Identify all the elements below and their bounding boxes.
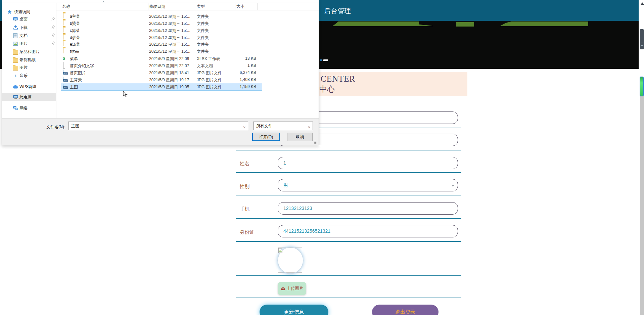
scrollbar-track[interactable] xyxy=(640,85,644,315)
sidebar-item-wps-cloud[interactable]: WPS网盘 xyxy=(2,83,56,90)
file-date: 2021/5/9 星期日 22:07 xyxy=(149,63,189,69)
file-name: e汤菜 xyxy=(70,42,80,47)
file-size: 1 KB xyxy=(217,63,256,68)
file-name: c凉菜 xyxy=(70,28,80,34)
chevron-down-icon[interactable]: ˅ xyxy=(308,123,310,131)
file-row[interactable]: c凉菜 2021/5/12 星期三 15:... 文件夹 xyxy=(61,27,262,34)
file-row[interactable]: f饮品 2021/5/12 星期三 15:... 文件夹 xyxy=(61,48,262,55)
file-type: 文件夹 xyxy=(197,35,209,41)
network-icon xyxy=(13,105,18,111)
sidebar-item-recordings-folder[interactable]: 录制视频 xyxy=(2,56,56,63)
idcard-input[interactable]: 441215213256521321 xyxy=(278,225,458,237)
sidebar-divider xyxy=(56,3,56,118)
sidebar-item-dishes-folder[interactable]: 菜品和图片 xyxy=(2,48,56,55)
form-divider xyxy=(236,195,461,195)
column-header-date[interactable]: 修改日期 xyxy=(149,4,165,9)
folder-icon xyxy=(63,20,68,26)
phone-label: 手机 xyxy=(240,206,249,212)
column-divider[interactable] xyxy=(257,3,258,10)
filetype-select[interactable]: 所有文件 ˅ xyxy=(253,122,313,130)
sidebar-item-label: 此电脑 xyxy=(19,94,32,100)
file-name: 菜单 xyxy=(70,56,78,62)
file-row[interactable]: a主菜 2021/5/12 星期三 15:... 文件夹 xyxy=(61,13,262,20)
form-divider xyxy=(236,218,461,219)
filename-input[interactable]: 主图 ˅ xyxy=(68,122,248,130)
gender-select[interactable]: 男 xyxy=(278,179,458,191)
carousel-indicator[interactable] xyxy=(323,59,328,61)
folder-icon xyxy=(63,48,68,54)
file-type: 文件夹 xyxy=(197,49,209,54)
desktop-icon xyxy=(13,16,18,22)
chevron-down-icon xyxy=(451,185,455,187)
file-date: 2021/5/12 星期三 15:... xyxy=(149,49,190,54)
file-row[interactable]: 首页介绍文字 2021/5/9 星期日 22:07 文本文档 1 KB xyxy=(61,62,262,69)
file-name: a主菜 xyxy=(70,14,80,19)
pin-icon xyxy=(51,25,55,29)
file-row-selected[interactable]: JPG 主图 2021/5/9 星期日 19:05 JPG 图片文件 1,159… xyxy=(61,83,262,90)
file-row[interactable]: JPG 主背景 2021/5/9 星期日 19:17 JPG 图片文件 1,40… xyxy=(61,76,262,83)
scrollbar-green-marker[interactable] xyxy=(640,77,644,96)
cancel-button[interactable]: 取消 xyxy=(287,133,313,141)
gender-label: 性别 xyxy=(240,183,249,190)
carousel-indicator-active[interactable] xyxy=(320,59,322,61)
folder-icon xyxy=(63,41,68,47)
jpg-file-icon: JPG xyxy=(63,77,68,82)
file-row[interactable]: X 菜单 2021/5/9 星期日 22:09 XLSX 工作表 13 KB xyxy=(61,55,262,62)
column-divider[interactable] xyxy=(148,3,148,10)
sidebar-item-pictures-folder[interactable]: 图片 xyxy=(2,64,56,71)
scroll-up-arrow-icon[interactable] xyxy=(641,2,644,5)
column-header-name[interactable]: 名称 xyxy=(62,4,70,9)
sidebar-item-label: 文档 xyxy=(19,33,28,39)
open-button[interactable]: 打开(O) xyxy=(252,133,280,141)
excel-file-icon: X xyxy=(63,56,68,61)
upload-image-button[interactable]: 上传图片 xyxy=(278,282,306,295)
upload-image-label: 上传图片 xyxy=(287,286,304,291)
column-header-size[interactable]: 大小 xyxy=(236,4,244,9)
file-size: 6,274 KB xyxy=(217,70,256,75)
column-divider[interactable] xyxy=(235,3,235,10)
header-underline xyxy=(56,10,319,10)
hero-green-shape xyxy=(500,21,588,26)
file-name: b烫菜 xyxy=(70,21,80,27)
file-row[interactable]: e汤菜 2021/5/12 星期三 15:... 文件夹 xyxy=(61,41,262,48)
sidebar-item-downloads[interactable]: 下载 xyxy=(2,24,56,31)
file-row[interactable]: b烫菜 2021/5/12 星期三 15:... 文件夹 xyxy=(61,20,262,27)
file-row[interactable]: d炒菜 2021/5/12 星期三 15:... 文件夹 xyxy=(61,34,262,41)
folder-icon xyxy=(63,35,68,40)
folder-icon xyxy=(63,13,68,19)
file-name: 主背景 xyxy=(70,77,82,83)
sidebar-item-label: 快速访问 xyxy=(14,9,30,15)
file-open-dialog: 快速访问 桌面 下载 文档 图片 xyxy=(2,0,319,145)
column-divider[interactable] xyxy=(196,3,196,10)
dialog-top-edge xyxy=(2,2,319,2)
file-type: 文件夹 xyxy=(197,14,209,19)
sidebar-item-network[interactable]: 网络 xyxy=(2,104,56,112)
file-type: 文本文档 xyxy=(197,63,213,69)
sidebar-item-desktop[interactable]: 桌面 xyxy=(2,15,56,23)
logout-button[interactable]: 退出登录 xyxy=(372,305,439,315)
file-type: 文件夹 xyxy=(197,42,209,47)
scrollbar-thumb[interactable] xyxy=(640,29,644,49)
chevron-down-icon[interactable]: ˅ xyxy=(243,123,245,131)
file-row[interactable]: JPG 首页图片 2021/5/9 星期日 18:41 JPG 图片文件 6,2… xyxy=(61,69,262,76)
update-info-button[interactable]: 更新信息 xyxy=(260,305,328,315)
column-header-type[interactable]: 类型 xyxy=(197,4,205,9)
star-icon xyxy=(7,9,12,14)
sidebar-item-pictures[interactable]: 图片 xyxy=(2,40,56,47)
phone-input[interactable]: 12132123123 xyxy=(278,202,458,215)
folder-icon xyxy=(63,28,68,33)
sidebar-item-this-pc[interactable]: 此电脑 xyxy=(2,93,56,101)
resize-grip[interactable] xyxy=(314,141,317,144)
sidebar-item-music[interactable]: ♪ 音乐 xyxy=(2,72,56,79)
sidebar-item-quick-access[interactable]: 快速访问 xyxy=(2,8,56,15)
sidebar-item-documents[interactable]: 文档 xyxy=(2,32,56,39)
document-icon xyxy=(13,33,18,38)
file-size: 1,159 KB xyxy=(217,84,256,89)
music-icon: ♪ xyxy=(13,73,18,78)
name-input[interactable]: 1 xyxy=(278,157,458,169)
folder-icon xyxy=(13,65,18,70)
file-date: 2021/5/9 星期日 19:17 xyxy=(149,77,189,83)
jpg-file-icon: JPG xyxy=(63,84,68,89)
computer-icon xyxy=(13,94,18,100)
hero-green-shape xyxy=(456,22,474,27)
